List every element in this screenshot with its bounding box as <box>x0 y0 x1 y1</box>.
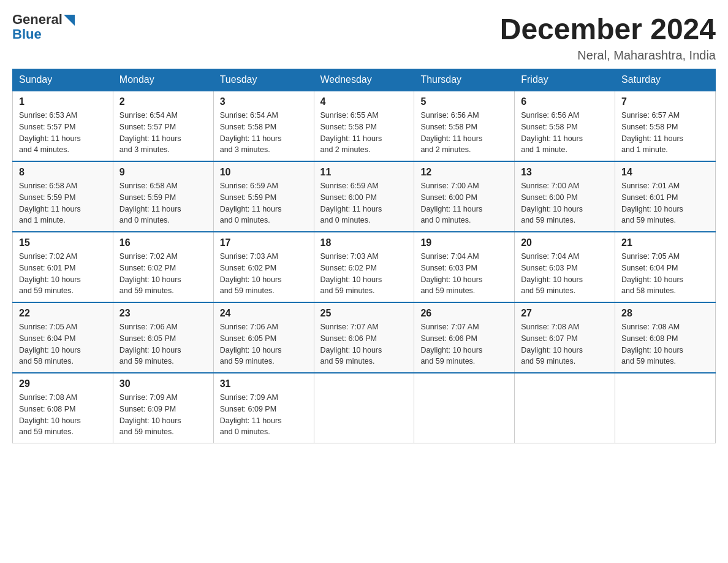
weekday-header-thursday: Thursday <box>414 69 515 91</box>
day-number: 28 <box>621 308 709 319</box>
day-info: Sunrise: 7:03 AMSunset: 6:02 PMDaylight:… <box>320 251 408 297</box>
day-number: 4 <box>320 96 408 107</box>
day-number: 11 <box>320 167 408 178</box>
logo-text-general: General <box>12 12 63 27</box>
day-info: Sunrise: 6:56 AMSunset: 5:58 PMDaylight:… <box>521 110 609 156</box>
logo: General Blue <box>12 12 75 42</box>
weekday-header-friday: Friday <box>515 69 615 91</box>
day-info: Sunrise: 7:01 AMSunset: 6:01 PMDaylight:… <box>621 180 709 226</box>
calendar-cell: 13Sunrise: 7:00 AMSunset: 6:00 PMDayligh… <box>515 161 615 232</box>
day-info: Sunrise: 7:09 AMSunset: 6:09 PMDaylight:… <box>119 392 207 438</box>
page-header: General Blue December 2024 Neral, Mahara… <box>12 12 716 63</box>
calendar-cell: 27Sunrise: 7:08 AMSunset: 6:07 PMDayligh… <box>515 302 615 373</box>
day-number: 17 <box>220 237 308 248</box>
calendar-cell: 28Sunrise: 7:08 AMSunset: 6:08 PMDayligh… <box>615 302 716 373</box>
day-info: Sunrise: 6:53 AMSunset: 5:57 PMDaylight:… <box>19 110 107 156</box>
day-info: Sunrise: 7:07 AMSunset: 6:06 PMDaylight:… <box>320 321 408 367</box>
calendar-cell: 7Sunrise: 6:57 AMSunset: 5:58 PMDaylight… <box>615 91 716 161</box>
day-number: 18 <box>320 237 408 248</box>
calendar-cell <box>314 373 414 443</box>
day-number: 7 <box>621 96 709 107</box>
calendar-week-3: 15Sunrise: 7:02 AMSunset: 6:01 PMDayligh… <box>13 232 716 302</box>
day-number: 29 <box>19 378 107 389</box>
day-number: 8 <box>19 167 107 178</box>
calendar-cell: 10Sunrise: 6:59 AMSunset: 5:59 PMDayligh… <box>213 161 314 232</box>
day-number: 30 <box>119 378 207 389</box>
day-number: 23 <box>119 308 207 319</box>
svg-marker-0 <box>64 15 75 26</box>
day-info: Sunrise: 6:58 AMSunset: 5:59 PMDaylight:… <box>19 180 107 226</box>
calendar-cell <box>515 373 615 443</box>
calendar-cell: 21Sunrise: 7:05 AMSunset: 6:04 PMDayligh… <box>615 232 716 302</box>
calendar-cell: 29Sunrise: 7:08 AMSunset: 6:08 PMDayligh… <box>13 373 113 443</box>
day-info: Sunrise: 6:57 AMSunset: 5:58 PMDaylight:… <box>621 110 709 156</box>
calendar-cell: 6Sunrise: 6:56 AMSunset: 5:58 PMDaylight… <box>515 91 615 161</box>
day-number: 14 <box>621 167 709 178</box>
month-title: December 2024 <box>500 12 716 46</box>
calendar-cell: 25Sunrise: 7:07 AMSunset: 6:06 PMDayligh… <box>314 302 414 373</box>
title-section: December 2024 Neral, Maharashtra, India <box>500 12 716 63</box>
calendar-week-2: 8Sunrise: 6:58 AMSunset: 5:59 PMDaylight… <box>13 161 716 232</box>
day-info: Sunrise: 6:56 AMSunset: 5:58 PMDaylight:… <box>420 110 508 156</box>
day-number: 5 <box>420 96 508 107</box>
day-number: 16 <box>119 237 207 248</box>
calendar-cell: 8Sunrise: 6:58 AMSunset: 5:59 PMDaylight… <box>13 161 113 232</box>
calendar-cell <box>615 373 716 443</box>
day-number: 13 <box>521 167 609 178</box>
day-info: Sunrise: 6:55 AMSunset: 5:58 PMDaylight:… <box>320 110 408 156</box>
calendar-week-5: 29Sunrise: 7:08 AMSunset: 6:08 PMDayligh… <box>13 373 716 443</box>
calendar-cell: 18Sunrise: 7:03 AMSunset: 6:02 PMDayligh… <box>314 232 414 302</box>
day-info: Sunrise: 7:07 AMSunset: 6:06 PMDaylight:… <box>420 321 508 367</box>
calendar-cell: 17Sunrise: 7:03 AMSunset: 6:02 PMDayligh… <box>213 232 314 302</box>
day-info: Sunrise: 6:54 AMSunset: 5:58 PMDaylight:… <box>220 110 308 156</box>
day-info: Sunrise: 7:05 AMSunset: 6:04 PMDaylight:… <box>19 321 107 367</box>
day-info: Sunrise: 7:09 AMSunset: 6:09 PMDaylight:… <box>220 392 308 438</box>
weekday-header-saturday: Saturday <box>615 69 716 91</box>
day-info: Sunrise: 7:06 AMSunset: 6:05 PMDaylight:… <box>119 321 207 367</box>
day-info: Sunrise: 6:59 AMSunset: 6:00 PMDaylight:… <box>320 180 408 226</box>
logo-triangle-icon <box>64 15 75 26</box>
calendar-cell: 19Sunrise: 7:04 AMSunset: 6:03 PMDayligh… <box>414 232 515 302</box>
calendar-cell: 23Sunrise: 7:06 AMSunset: 6:05 PMDayligh… <box>113 302 213 373</box>
day-number: 6 <box>521 96 609 107</box>
calendar-cell: 14Sunrise: 7:01 AMSunset: 6:01 PMDayligh… <box>615 161 716 232</box>
day-info: Sunrise: 6:58 AMSunset: 5:59 PMDaylight:… <box>119 180 207 226</box>
day-number: 2 <box>119 96 207 107</box>
calendar-cell: 30Sunrise: 7:09 AMSunset: 6:09 PMDayligh… <box>113 373 213 443</box>
day-number: 26 <box>420 308 508 319</box>
calendar-week-1: 1Sunrise: 6:53 AMSunset: 5:57 PMDaylight… <box>13 91 716 161</box>
day-info: Sunrise: 7:08 AMSunset: 6:07 PMDaylight:… <box>521 321 609 367</box>
calendar-cell: 4Sunrise: 6:55 AMSunset: 5:58 PMDaylight… <box>314 91 414 161</box>
calendar-header-row: SundayMondayTuesdayWednesdayThursdayFrid… <box>13 69 716 91</box>
day-number: 27 <box>521 308 609 319</box>
calendar-table: SundayMondayTuesdayWednesdayThursdayFrid… <box>12 69 716 443</box>
calendar-cell: 1Sunrise: 6:53 AMSunset: 5:57 PMDaylight… <box>13 91 113 161</box>
calendar-cell: 16Sunrise: 7:02 AMSunset: 6:02 PMDayligh… <box>113 232 213 302</box>
location-text: Neral, Maharashtra, India <box>500 48 716 63</box>
weekday-header-tuesday: Tuesday <box>213 69 314 91</box>
calendar-week-4: 22Sunrise: 7:05 AMSunset: 6:04 PMDayligh… <box>13 302 716 373</box>
calendar-cell: 31Sunrise: 7:09 AMSunset: 6:09 PMDayligh… <box>213 373 314 443</box>
calendar-cell: 24Sunrise: 7:06 AMSunset: 6:05 PMDayligh… <box>213 302 314 373</box>
day-info: Sunrise: 6:54 AMSunset: 5:57 PMDaylight:… <box>119 110 207 156</box>
day-info: Sunrise: 7:02 AMSunset: 6:02 PMDaylight:… <box>119 251 207 297</box>
calendar-cell: 3Sunrise: 6:54 AMSunset: 5:58 PMDaylight… <box>213 91 314 161</box>
day-info: Sunrise: 7:05 AMSunset: 6:04 PMDaylight:… <box>621 251 709 297</box>
logo-text-blue: Blue <box>12 27 75 42</box>
calendar-cell: 22Sunrise: 7:05 AMSunset: 6:04 PMDayligh… <box>13 302 113 373</box>
calendar-cell: 9Sunrise: 6:58 AMSunset: 5:59 PMDaylight… <box>113 161 213 232</box>
day-number: 19 <box>420 237 508 248</box>
day-info: Sunrise: 7:08 AMSunset: 6:08 PMDaylight:… <box>621 321 709 367</box>
calendar-cell: 12Sunrise: 7:00 AMSunset: 6:00 PMDayligh… <box>414 161 515 232</box>
weekday-header-sunday: Sunday <box>13 69 113 91</box>
day-number: 10 <box>220 167 308 178</box>
calendar-cell <box>414 373 515 443</box>
day-number: 24 <box>220 308 308 319</box>
calendar-cell: 15Sunrise: 7:02 AMSunset: 6:01 PMDayligh… <box>13 232 113 302</box>
calendar-cell: 5Sunrise: 6:56 AMSunset: 5:58 PMDaylight… <box>414 91 515 161</box>
day-info: Sunrise: 7:00 AMSunset: 6:00 PMDaylight:… <box>521 180 609 226</box>
day-number: 15 <box>19 237 107 248</box>
day-info: Sunrise: 6:59 AMSunset: 5:59 PMDaylight:… <box>220 180 308 226</box>
weekday-header-monday: Monday <box>113 69 213 91</box>
day-number: 20 <box>521 237 609 248</box>
